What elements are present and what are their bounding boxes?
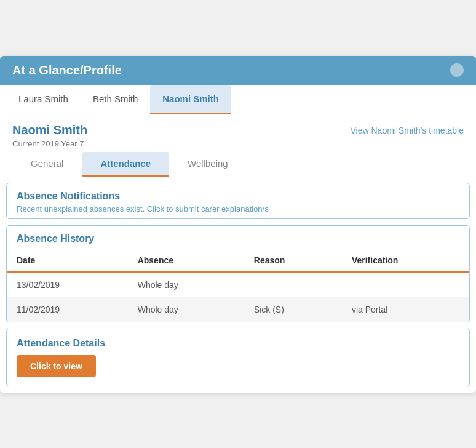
cell-verification: via Portal (342, 297, 469, 322)
cell-verification (342, 272, 469, 297)
card-header-title: At a Glance/Profile (12, 63, 122, 78)
tab-wellbeing[interactable]: Wellbeing (169, 152, 247, 177)
header-circle-icon (450, 63, 464, 77)
attendance-details-title: Attendance Details (17, 338, 459, 349)
absence-history-header: Absence History (7, 226, 469, 249)
absence-notifications-header: Absence Notifications Recent unexplained… (7, 183, 469, 218)
col-date: Date (7, 249, 128, 272)
absence-notifications-subtitle[interactable]: Recent unexplained absences exist. Click… (17, 204, 459, 214)
profile-year: Current 2019 Year 7 (12, 139, 87, 148)
cell-reason: Sick (S) (244, 297, 342, 322)
card-header: At a Glance/Profile (0, 56, 476, 85)
absence-notifications-panel: Absence Notifications Recent unexplained… (6, 183, 470, 219)
attendance-details-panel: Attendance Details Click to view (6, 329, 470, 386)
person-tabs: Laura Smith Beth Smith Naomi Smith (0, 85, 476, 114)
person-tab-naomi[interactable]: Naomi Smith (150, 85, 231, 114)
person-tab-laura[interactable]: Laura Smith (6, 85, 81, 114)
timetable-link[interactable]: View Naomi Smith's timetable (351, 126, 464, 135)
cell-reason (244, 272, 342, 297)
click-to-view-button[interactable]: Click to view (17, 355, 96, 377)
profile-info: Naomi Smith Current 2019 Year 7 View Nao… (0, 114, 476, 152)
table-row: 11/02/2019Whole daySick (S)via Portal (7, 297, 469, 322)
absence-notifications-title: Absence Notifications (17, 191, 459, 202)
tab-attendance[interactable]: Attendance (82, 152, 169, 177)
main-card: At a Glance/Profile Laura Smith Beth Smi… (0, 56, 476, 393)
absence-table: Date Absence Reason Verification 13/02/2… (7, 249, 469, 322)
cell-date: 13/02/2019 (7, 272, 128, 297)
section-tabs: General Attendance Wellbeing (0, 152, 476, 177)
tab-general[interactable]: General (12, 152, 82, 177)
absence-history-title: Absence History (17, 233, 459, 244)
col-absence: Absence (128, 249, 244, 272)
cell-absence: Whole day (128, 297, 244, 322)
table-row: 13/02/2019Whole day (7, 272, 469, 297)
profile-details: Naomi Smith Current 2019 Year 7 (12, 123, 87, 148)
profile-name: Naomi Smith (12, 123, 87, 137)
absence-history-panel: Absence History Date Absence Reason Veri… (6, 225, 470, 322)
person-tab-beth[interactable]: Beth Smith (81, 85, 150, 114)
cell-absence: Whole day (128, 272, 244, 297)
col-reason: Reason (244, 249, 342, 272)
cell-date: 11/02/2019 (7, 297, 128, 322)
col-verification: Verification (342, 249, 469, 272)
